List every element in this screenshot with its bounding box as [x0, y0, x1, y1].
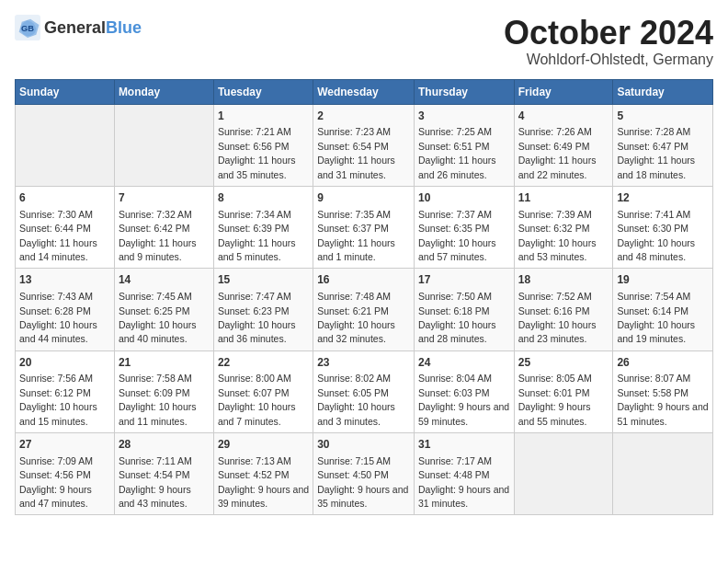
sunrise-text: Sunrise: 7:09 AM	[19, 455, 93, 466]
sunrise-text: Sunrise: 7:47 AM	[218, 291, 291, 302]
sunrise-text: Sunrise: 7:56 AM	[19, 373, 93, 384]
logo-blue: Blue	[106, 18, 142, 37]
calendar-cell: 25 Sunrise: 8:05 AM Sunset: 6:01 PM Dayl…	[514, 350, 613, 432]
calendar-cell: 3 Sunrise: 7:25 AM Sunset: 6:51 PM Dayli…	[414, 104, 514, 186]
day-number: 9	[317, 190, 410, 206]
daylight-text: Daylight: 10 hours and 23 minutes.	[518, 319, 597, 344]
day-number: 17	[418, 272, 510, 288]
sunrise-text: Sunrise: 7:39 AM	[518, 209, 592, 220]
daylight-text: Daylight: 10 hours and 57 minutes.	[418, 237, 496, 262]
sunrise-text: Sunrise: 7:26 AM	[518, 126, 592, 137]
day-number: 11	[518, 190, 609, 206]
day-number: 24	[418, 355, 510, 371]
daylight-text: Daylight: 9 hours and 55 minutes.	[518, 401, 591, 426]
day-number: 6	[19, 190, 110, 206]
day-number: 26	[617, 355, 709, 371]
sunrise-text: Sunrise: 7:45 AM	[119, 291, 192, 302]
sunset-text: Sunset: 6:09 PM	[119, 387, 190, 398]
calendar-cell: 13 Sunrise: 7:43 AM Sunset: 6:28 PM Dayl…	[16, 269, 115, 350]
logo: GB GeneralBlue	[15, 15, 142, 40]
calendar-cell: 29 Sunrise: 7:13 AM Sunset: 4:52 PM Dayl…	[213, 433, 313, 515]
day-number: 21	[119, 355, 210, 371]
sunset-text: Sunset: 6:30 PM	[617, 223, 688, 234]
daylight-text: Daylight: 11 hours and 18 minutes.	[617, 155, 695, 179]
calendar-cell: 11 Sunrise: 7:39 AM Sunset: 6:32 PM Dayl…	[514, 186, 613, 268]
sunset-text: Sunset: 6:44 PM	[19, 223, 91, 234]
sunrise-text: Sunrise: 7:25 AM	[418, 126, 492, 137]
daylight-text: Daylight: 9 hours and 59 minutes.	[418, 401, 509, 426]
day-number: 27	[19, 437, 110, 453]
logo-icon: GB	[15, 15, 40, 40]
sunset-text: Sunset: 4:52 PM	[218, 469, 290, 480]
daylight-text: Daylight: 11 hours and 31 minutes.	[317, 155, 395, 179]
sunrise-text: Sunrise: 8:07 AM	[617, 373, 690, 384]
sunrise-text: Sunrise: 7:17 AM	[418, 455, 492, 466]
calendar-cell: 6 Sunrise: 7:30 AM Sunset: 6:44 PM Dayli…	[16, 186, 115, 268]
sunset-text: Sunset: 4:50 PM	[317, 469, 389, 480]
daylight-text: Daylight: 10 hours and 7 minutes.	[218, 401, 296, 426]
sunset-text: Sunset: 6:42 PM	[119, 223, 190, 234]
sunset-text: Sunset: 6:51 PM	[418, 141, 490, 152]
day-number: 8	[218, 190, 309, 206]
sunrise-text: Sunrise: 7:32 AM	[119, 209, 192, 220]
header-monday: Monday	[114, 79, 213, 104]
sunrise-text: Sunrise: 7:52 AM	[518, 291, 592, 302]
sunset-text: Sunset: 6:21 PM	[317, 305, 389, 316]
sunset-text: Sunset: 6:37 PM	[317, 223, 389, 234]
sunrise-text: Sunrise: 7:58 AM	[119, 373, 192, 384]
day-number: 13	[19, 272, 110, 288]
logo-general: General	[44, 18, 106, 37]
calendar-cell: 10 Sunrise: 7:37 AM Sunset: 6:35 PM Dayl…	[414, 186, 514, 268]
daylight-text: Daylight: 9 hours and 51 minutes.	[617, 401, 708, 426]
day-number: 10	[418, 190, 510, 206]
sunset-text: Sunset: 6:32 PM	[518, 223, 590, 234]
sunset-text: Sunset: 6:16 PM	[518, 305, 590, 316]
sunset-text: Sunset: 6:54 PM	[317, 141, 389, 152]
day-number: 16	[317, 272, 410, 288]
daylight-text: Daylight: 10 hours and 40 minutes.	[119, 319, 197, 344]
day-number: 3	[418, 109, 510, 124]
header-tuesday: Tuesday	[213, 79, 313, 104]
day-number: 1	[218, 109, 309, 124]
calendar-cell: 31 Sunrise: 7:17 AM Sunset: 4:48 PM Dayl…	[414, 433, 514, 515]
header-sunday: Sunday	[16, 79, 115, 104]
page-header: GB GeneralBlue October 2024 Wohldorf-Ohl…	[15, 15, 713, 68]
header-row: Sunday Monday Tuesday Wednesday Thursday…	[16, 79, 713, 104]
sunset-text: Sunset: 6:18 PM	[418, 305, 490, 316]
sunrise-text: Sunrise: 8:05 AM	[518, 373, 592, 384]
sunset-text: Sunset: 4:56 PM	[19, 469, 91, 480]
calendar-cell	[114, 104, 213, 186]
calendar-week-1: 1 Sunrise: 7:21 AM Sunset: 6:56 PM Dayli…	[16, 104, 713, 186]
sunset-text: Sunset: 6:07 PM	[218, 387, 290, 398]
header-wednesday: Wednesday	[313, 79, 415, 104]
daylight-text: Daylight: 10 hours and 3 minutes.	[317, 401, 395, 426]
header-saturday: Saturday	[613, 79, 713, 104]
calendar-cell: 24 Sunrise: 8:04 AM Sunset: 6:03 PM Dayl…	[414, 350, 514, 432]
sunrise-text: Sunrise: 7:30 AM	[19, 209, 93, 220]
calendar-cell: 12 Sunrise: 7:41 AM Sunset: 6:30 PM Dayl…	[613, 186, 713, 268]
daylight-text: Daylight: 11 hours and 14 minutes.	[19, 237, 97, 262]
daylight-text: Daylight: 10 hours and 53 minutes.	[518, 237, 597, 262]
sunrise-text: Sunrise: 7:43 AM	[19, 291, 93, 302]
calendar-cell: 20 Sunrise: 7:56 AM Sunset: 6:12 PM Dayl…	[16, 350, 115, 432]
calendar-cell: 21 Sunrise: 7:58 AM Sunset: 6:09 PM Dayl…	[114, 350, 213, 432]
day-number: 14	[119, 272, 210, 288]
day-number: 25	[518, 355, 609, 371]
calendar-week-3: 13 Sunrise: 7:43 AM Sunset: 6:28 PM Dayl…	[16, 269, 713, 350]
sunset-text: Sunset: 6:25 PM	[119, 305, 190, 316]
sunset-text: Sunset: 6:01 PM	[518, 387, 590, 398]
day-number: 5	[617, 109, 709, 124]
day-number: 19	[617, 272, 709, 288]
sunset-text: Sunset: 4:54 PM	[119, 469, 190, 480]
sunrise-text: Sunrise: 7:13 AM	[218, 455, 291, 466]
sunset-text: Sunset: 6:23 PM	[218, 305, 290, 316]
day-number: 30	[317, 437, 410, 453]
calendar-cell: 23 Sunrise: 8:02 AM Sunset: 6:05 PM Dayl…	[313, 350, 415, 432]
calendar-cell: 27 Sunrise: 7:09 AM Sunset: 4:56 PM Dayl…	[16, 433, 115, 515]
month-title: October 2024	[504, 15, 713, 52]
daylight-text: Daylight: 9 hours and 47 minutes.	[19, 484, 92, 509]
sunrise-text: Sunrise: 7:37 AM	[418, 209, 492, 220]
calendar-body: 1 Sunrise: 7:21 AM Sunset: 6:56 PM Dayli…	[16, 104, 713, 515]
sunset-text: Sunset: 6:49 PM	[518, 141, 590, 152]
day-number: 31	[418, 437, 510, 453]
